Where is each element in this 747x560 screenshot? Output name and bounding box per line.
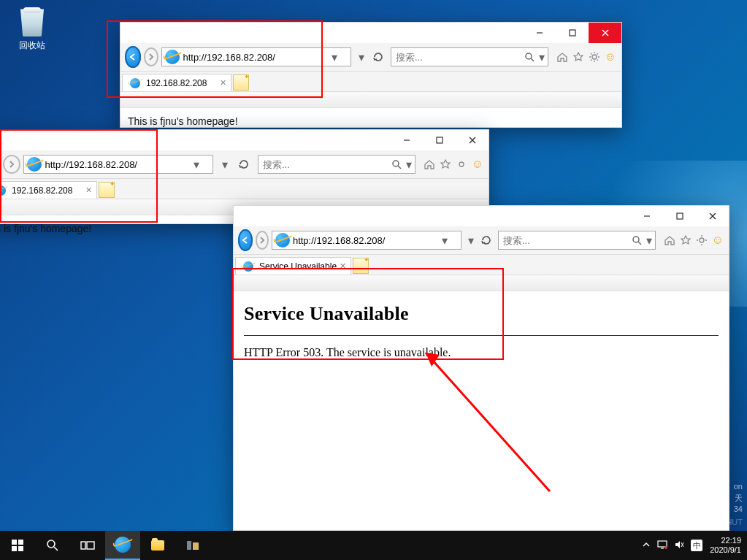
maximize-button[interactable] xyxy=(663,206,696,226)
smile-icon[interactable]: ☺ xyxy=(711,234,724,247)
start-button[interactable] xyxy=(0,531,35,560)
search-input[interactable] xyxy=(499,235,630,246)
svg-line-29 xyxy=(638,242,641,245)
close-button[interactable] xyxy=(696,206,729,226)
address-bar[interactable]: ▾ xyxy=(161,47,351,66)
star-icon[interactable] xyxy=(679,234,692,247)
address-dropdown[interactable]: ▾ xyxy=(191,158,202,172)
search-dropdown[interactable]: ▾ xyxy=(536,50,548,64)
tray-chevron-up-icon[interactable] xyxy=(643,541,650,550)
recycle-bin[interactable]: 回收站 xyxy=(12,4,53,52)
tab-title: Service Unavailable xyxy=(259,261,337,272)
page-text: This is fjnu's homepage! xyxy=(128,115,238,127)
search-input[interactable] xyxy=(391,52,523,63)
refresh-button[interactable] xyxy=(372,48,385,66)
history-dropdown[interactable]: ▾ xyxy=(467,234,475,248)
history-dropdown[interactable]: ▾ xyxy=(219,158,230,172)
svg-rect-38 xyxy=(12,540,17,545)
svg-rect-46 xyxy=(187,541,191,550)
back-button[interactable] xyxy=(125,46,141,68)
close-tab-button[interactable]: ✕ xyxy=(220,78,226,88)
taskbar-server-manager-button[interactable] xyxy=(175,531,210,560)
home-icon[interactable] xyxy=(663,234,676,247)
tab[interactable]: Service Unavailable ✕ xyxy=(235,257,351,275)
gear-icon[interactable] xyxy=(695,234,708,247)
tab-row: Service Unavailable ✕ xyxy=(234,255,729,275)
forward-button[interactable] xyxy=(144,47,158,66)
watermark-text: CSDN @NOWSHUT xyxy=(668,517,743,528)
content-strip xyxy=(234,275,729,291)
star-icon[interactable] xyxy=(439,158,452,171)
close-tab-button[interactable]: ✕ xyxy=(85,185,92,195)
tray-time: 22:19 xyxy=(710,536,741,545)
nav-row: ▾ ▾ ▾ ☺ xyxy=(120,43,621,72)
toolbar-right-icons: ☺ xyxy=(663,234,724,247)
home-icon[interactable] xyxy=(423,158,436,171)
toolbar-right-icons: ☺ xyxy=(423,158,484,171)
search-box[interactable]: ▾ xyxy=(498,231,656,250)
address-dropdown[interactable]: ▾ xyxy=(329,50,340,64)
address-input[interactable] xyxy=(45,156,191,172)
svg-rect-1 xyxy=(570,30,575,36)
svg-line-5 xyxy=(531,58,534,61)
gear-icon[interactable] xyxy=(455,158,468,171)
search-box[interactable]: ▾ xyxy=(258,155,415,174)
address-bar[interactable]: ▾ xyxy=(272,231,461,250)
titlebar[interactable] xyxy=(234,206,729,226)
search-icon[interactable] xyxy=(630,234,643,247)
address-input[interactable] xyxy=(183,49,329,65)
ie-window-1[interactable]: ▾ ▾ ▾ ☺ 192.168.82.208 ✕ This is fjnu's … xyxy=(120,22,622,128)
titlebar[interactable] xyxy=(0,130,489,150)
history-dropdown[interactable]: ▾ xyxy=(357,50,366,64)
gear-icon[interactable] xyxy=(588,50,601,64)
minimize-button[interactable] xyxy=(523,23,556,43)
new-tab-button[interactable] xyxy=(99,182,115,198)
address-input[interactable] xyxy=(293,232,439,248)
refresh-button[interactable] xyxy=(480,231,492,249)
search-icon[interactable] xyxy=(390,158,403,171)
svg-line-15 xyxy=(597,53,599,55)
svg-point-23 xyxy=(459,162,464,166)
search-icon[interactable] xyxy=(523,50,536,64)
task-view-icon[interactable] xyxy=(70,531,105,560)
minimize-button[interactable] xyxy=(390,130,423,150)
search-dropdown[interactable]: ▾ xyxy=(643,234,655,248)
search-input[interactable] xyxy=(258,159,390,170)
home-icon[interactable] xyxy=(556,50,569,64)
new-tab-button[interactable] xyxy=(353,258,369,274)
new-tab-button[interactable] xyxy=(233,74,249,91)
tab[interactable]: 192.168.82.208 ✕ xyxy=(0,181,97,199)
search-box[interactable]: ▾ xyxy=(391,47,548,66)
tab[interactable]: 192.168.82.208 ✕ xyxy=(122,74,231,91)
refresh-button[interactable] xyxy=(236,156,252,173)
close-button[interactable] xyxy=(589,23,621,43)
smile-icon[interactable]: ☺ xyxy=(604,50,617,64)
minimize-button[interactable] xyxy=(630,206,663,226)
tray-ime-icon[interactable]: 中 xyxy=(691,540,702,551)
address-bar[interactable]: ▾ xyxy=(23,155,213,174)
back-button[interactable] xyxy=(238,229,253,251)
svg-rect-17 xyxy=(437,137,443,143)
close-tab-button[interactable]: ✕ xyxy=(340,261,346,271)
search-dropdown[interactable]: ▾ xyxy=(403,158,415,172)
maximize-button[interactable] xyxy=(556,23,589,43)
tray-clock[interactable]: 22:19 2020/9/1 xyxy=(710,536,741,555)
tray-volume-icon[interactable] xyxy=(675,540,683,551)
close-button[interactable] xyxy=(456,130,489,150)
forward-button[interactable] xyxy=(3,155,20,174)
forward-button[interactable] xyxy=(256,231,269,250)
star-icon[interactable] xyxy=(572,50,585,64)
maximize-button[interactable] xyxy=(423,130,456,150)
svg-rect-25 xyxy=(677,213,683,219)
smile-icon[interactable]: ☺ xyxy=(471,158,484,171)
taskbar-ie-button[interactable] xyxy=(105,531,140,560)
taskbar[interactable]: 中 22:19 2020/9/1 xyxy=(0,531,747,560)
taskbar-explorer-button[interactable] xyxy=(140,531,175,560)
system-tray[interactable]: 中 22:19 2020/9/1 xyxy=(643,536,747,555)
tray-network-icon[interactable] xyxy=(657,540,667,551)
titlebar[interactable] xyxy=(120,23,621,43)
ie-icon xyxy=(275,233,290,248)
svg-marker-30 xyxy=(681,236,690,244)
search-icon[interactable] xyxy=(35,531,70,560)
address-dropdown[interactable]: ▾ xyxy=(439,234,451,248)
